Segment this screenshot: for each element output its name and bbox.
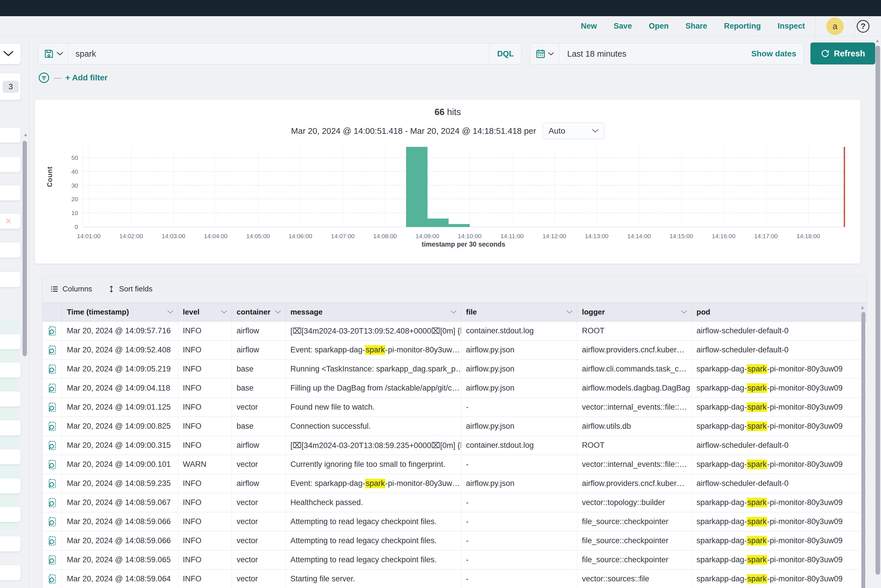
- nav-link-open[interactable]: Open: [649, 22, 669, 31]
- page-scroll-up-icon[interactable]: ▲: [875, 38, 880, 43]
- cell-logger: vector::sources::file: [577, 570, 692, 588]
- filter-icon[interactable]: [38, 72, 50, 84]
- col-header-message[interactable]: message: [286, 303, 462, 321]
- refresh-icon: [821, 49, 830, 58]
- expand-row-button[interactable]: [42, 417, 62, 436]
- sidebar-field-card[interactable]: [0, 507, 21, 522]
- refresh-button[interactable]: Refresh: [810, 42, 875, 64]
- sidebar-field-card[interactable]: [0, 391, 21, 407]
- inspect-document-icon: [47, 439, 57, 452]
- inspect-document-icon: [47, 554, 57, 566]
- y-tick-label: 20: [71, 196, 78, 202]
- chevron-down-icon: [57, 52, 63, 56]
- highlighted-term: spark: [747, 402, 767, 412]
- avatar[interactable]: a: [826, 18, 844, 35]
- show-dates-button[interactable]: Show dates: [751, 49, 804, 58]
- col-header-time-timestamp-[interactable]: Time (timestamp): [62, 303, 178, 321]
- cell-message: Starting file server.: [286, 570, 462, 588]
- highlighted-term: spark: [747, 422, 767, 431]
- histogram-bar[interactable]: [406, 147, 427, 227]
- col-header-level[interactable]: level: [178, 303, 232, 321]
- x-tick-label: 14:14:00: [627, 233, 651, 240]
- col-header-logger[interactable]: logger: [577, 303, 692, 321]
- col-header-container[interactable]: container: [232, 303, 286, 321]
- expand-row-button[interactable]: [42, 379, 62, 398]
- nav-link-inspect[interactable]: Inspect: [777, 22, 805, 31]
- expand-row-button[interactable]: [42, 512, 62, 531]
- columns-button[interactable]: Columns: [50, 285, 92, 293]
- help-icon[interactable]: ?: [857, 20, 869, 33]
- expand-row-button[interactable]: [42, 436, 62, 455]
- cell-container: vector: [232, 570, 286, 588]
- cell-message: Filling up the DagBag from /stackable/ap…: [286, 379, 462, 398]
- histogram-bar[interactable]: [427, 219, 449, 227]
- cell-pod: sparkapp-dag-spark-pi-monitor-80y3uw09: [692, 531, 866, 550]
- cell-logger: vector::topology::builder: [577, 493, 692, 512]
- expand-row-button[interactable]: [42, 550, 62, 569]
- table-row: Mar 20, 2024 @ 14:09:00.101WARNvectorCur…: [42, 455, 866, 474]
- cell-file: airflow.py.json: [462, 474, 577, 493]
- sidebar-field-card[interactable]: [0, 242, 21, 258]
- documents-table-panel: Columns Sort fields Time (timestamp)leve…: [42, 276, 866, 588]
- query-language-button[interactable]: DQL: [489, 44, 521, 64]
- sidebar-field-card[interactable]: ×: [0, 213, 21, 229]
- sidebar-field-card[interactable]: [0, 478, 21, 494]
- expand-row-button[interactable]: [42, 360, 62, 378]
- highlighted-term: spark: [747, 498, 767, 507]
- sidebar-field-card[interactable]: [0, 157, 21, 172]
- sidebar-scrollbar[interactable]: [23, 141, 27, 356]
- page-scrollbar[interactable]: [875, 46, 880, 575]
- remove-field-icon[interactable]: ×: [0, 214, 21, 229]
- sidebar-field-card[interactable]: [0, 185, 21, 201]
- expand-row-button[interactable]: [42, 398, 62, 417]
- expand-row-button[interactable]: [42, 321, 62, 340]
- sidebar-field-card[interactable]: [0, 334, 21, 350]
- nav-link-save[interactable]: Save: [614, 22, 632, 31]
- cell-pod: airflow-scheduler-default-0: [692, 436, 866, 455]
- sidebar-field-card[interactable]: [0, 420, 21, 436]
- sidebar-field-card[interactable]: [0, 536, 21, 552]
- col-header-pod[interactable]: pod: [692, 303, 866, 321]
- interval-select[interactable]: Auto: [543, 123, 604, 140]
- sidebar-scroll-up-icon[interactable]: ▲: [23, 132, 28, 137]
- expand-row-button[interactable]: [42, 531, 62, 550]
- x-tick-label: 14:15:00: [670, 233, 693, 240]
- nav-link-share[interactable]: Share: [686, 22, 707, 31]
- fields-count-card[interactable]: 3: [0, 73, 21, 100]
- cell-file: airflow.py.json: [462, 340, 577, 359]
- x-gridline: [470, 147, 470, 227]
- sort-fields-button[interactable]: Sort fields: [107, 285, 153, 293]
- saved-query-menu-button[interactable]: [39, 44, 69, 64]
- cell-message: Connection successful.: [286, 417, 462, 436]
- table-scrollbar[interactable]: [861, 312, 865, 588]
- sidebar-field-card[interactable]: [0, 362, 21, 378]
- col-header-file[interactable]: file: [462, 303, 577, 321]
- cell-logger: airflow.models.dagbag.DagBag: [577, 379, 692, 398]
- inspect-document-icon: [47, 363, 57, 375]
- table-row: Mar 20, 2024 @ 14:08:59.067INFOvectorHea…: [42, 493, 866, 512]
- sidebar-field-card[interactable]: [0, 565, 21, 580]
- expand-row-button[interactable]: [42, 493, 62, 512]
- cell-message: [⌧[34m2024-03-20T13:08:59.235+0000⌧[0m] …: [286, 436, 462, 455]
- collapse-sidebar-button[interactable]: [0, 44, 21, 64]
- date-quick-menu-button[interactable]: [530, 44, 559, 64]
- search-query-input[interactable]: [69, 49, 489, 58]
- table-header-row: Time (timestamp)levelcontainermessagefil…: [42, 302, 866, 321]
- sidebar-field-card[interactable]: [0, 127, 21, 143]
- expand-row-button[interactable]: [42, 455, 62, 474]
- sidebar-field-card[interactable]: [0, 449, 21, 465]
- table-row: Mar 20, 2024 @ 14:08:59.235INFOairflowEv…: [42, 474, 866, 493]
- x-gridline: [301, 147, 301, 227]
- add-filter-button[interactable]: + Add filter: [65, 73, 108, 82]
- nav-link-reporting[interactable]: Reporting: [724, 22, 761, 31]
- expand-row-button[interactable]: [42, 340, 62, 359]
- expand-row-button[interactable]: [42, 474, 62, 493]
- time-range-value[interactable]: Last 18 minutes: [559, 49, 751, 58]
- nav-link-new[interactable]: New: [581, 22, 597, 31]
- x-tick-label: 14:18:00: [797, 233, 820, 240]
- sidebar-field-card[interactable]: [0, 272, 21, 287]
- chevron-down-icon: [3, 51, 14, 57]
- expand-row-button[interactable]: [42, 570, 62, 588]
- histogram-bar[interactable]: [449, 224, 470, 227]
- table-scroll-up-icon[interactable]: ▲: [860, 305, 865, 310]
